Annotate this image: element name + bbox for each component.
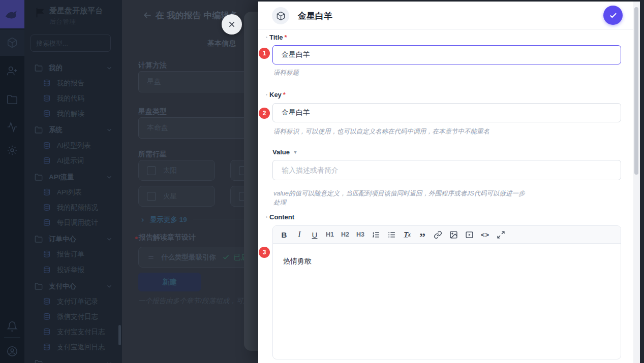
ordered-list-icon[interactable] [372,228,380,241]
leaping-hare-logo-icon [5,8,20,20]
link-icon[interactable] [434,228,442,241]
database-icon [43,343,51,351]
sidebar-group-mine[interactable]: 我的 [24,60,122,76]
chevron-down-icon [106,283,113,290]
sidebar-item-daily-calls[interactable]: 每日调用统计 [24,215,122,230]
drag-handle-icon[interactable] [147,254,155,261]
sidebar-item-alipay-return-log[interactable]: 支付宝返回日志 [24,340,122,355]
sidebar-item-ai-prompts[interactable]: AI提示词 [24,153,122,169]
blockquote-button[interactable]: ” [418,228,426,241]
required-asterisk: * [285,34,287,41]
sidebar: 爱星盘开放平台 后台管理 我的 我的报告 我的代码 我的解读 系统 AI模型 [24,0,122,363]
sidebar-item-my-quota[interactable]: 我的配额情况 [24,200,122,215]
database-icon [43,79,51,87]
fullscreen-icon[interactable] [497,228,505,241]
sidebar-item-api-list[interactable]: API列表 [24,185,122,200]
bullet-list-icon[interactable] [387,228,396,241]
show-more-toggle[interactable]: 显示更多 19 [139,215,187,224]
sidebar-group-partial[interactable] [24,356,122,363]
sidebar-group-api-traffic[interactable]: API流量 [24,170,122,185]
confirm-button[interactable] [603,6,623,25]
app-logo[interactable] [0,0,24,28]
chevron-down-icon [106,126,113,134]
drawer-header: 金星白羊 [258,2,641,29]
chart-type-input[interactable]: 本命盘 [138,117,260,139]
video-icon[interactable] [465,228,474,241]
sidebar-item-my-readings[interactable]: 我的解读 [24,106,122,121]
box-icon[interactable] [0,32,24,53]
sidebar-item-alipay-pay-log[interactable]: 支付宝支付日志 [24,324,122,340]
database-icon [43,298,51,306]
sidebar-item-my-reports[interactable]: 我的报告 [24,76,122,91]
check-icon [609,11,618,20]
title-label: Title * [266,34,287,41]
h2-button[interactable]: H2 [341,228,349,241]
h3-button[interactable]: H3 [356,228,364,241]
rail-divider [4,337,20,338]
users-icon[interactable] [0,61,24,81]
tab-basic-info[interactable]: 基本信息 [207,39,236,48]
gear-icon[interactable] [0,140,24,160]
database-icon [43,110,51,118]
chevron-down-icon [106,64,113,72]
modal-edge [244,12,258,351]
chapter-design-label: 报告解读章节设计 [139,233,196,242]
value-label: Value ▼ [272,148,298,156]
calc-method-input[interactable]: 星盘 [138,71,260,92]
folder-icon[interactable] [0,89,24,110]
underline-button[interactable]: U [311,228,319,241]
back-arrow-icon[interactable] [142,10,152,20]
planets-label: 所需行星 [138,150,167,159]
new-button[interactable]: 新建 [138,273,201,291]
folder-icon [35,173,43,181]
step-badge-1: 1 [259,48,270,59]
folder-icon [35,235,43,243]
chevron-down-icon [106,174,113,181]
sidebar-item-my-code[interactable]: 我的代码 [24,91,122,106]
drawer-title: 金星白羊 [298,10,332,22]
code-button[interactable]: <> [481,228,489,241]
h1-button[interactable]: H1 [326,228,334,241]
folder-icon [35,64,43,72]
rich-text-editor: B I U H1 H2 H3 Tx ” [272,225,621,359]
clear-format-button[interactable]: Tx [403,228,411,241]
calc-method-label: 计算方法 [138,61,167,70]
sidebar-item-wechat-pay-log[interactable]: 微信支付日志 [24,309,122,324]
sidebar-item-complaints[interactable]: 投诉举报 [24,262,122,278]
activity-icon[interactable] [0,117,24,137]
database-icon [43,266,51,274]
sidebar-item-ai-models[interactable]: AI模型列表 [24,138,122,153]
close-button[interactable] [222,14,242,35]
content-editor-body[interactable]: 热情勇敢 [273,244,621,359]
drawer-scrollbar-thumb[interactable] [634,7,638,175]
title-input[interactable] [272,45,621,64]
sidebar-group-orders[interactable]: 订单中心 [24,232,122,247]
chevron-down-icon [106,236,113,243]
database-icon [43,204,51,212]
checkbox-icon [147,166,156,175]
bell-icon[interactable] [0,316,24,337]
image-icon[interactable] [449,228,458,241]
italic-button[interactable]: I [295,228,303,241]
key-input[interactable] [272,103,621,122]
search-input[interactable] [30,35,111,52]
planet-checkbox-mars[interactable]: 火星 [138,186,215,207]
planet-checkbox-sun[interactable]: 太阳 [138,160,215,181]
chevron-down-icon [106,360,113,363]
sidebar-item-pay-orders[interactable]: 支付订单记录 [24,294,122,309]
close-icon [228,20,236,28]
platform-title: 爱星盘开放平台 [49,6,103,16]
chart-type-label: 星盘类型 [138,107,167,116]
bold-button[interactable]: B [280,228,288,241]
value-helper-line2: 处理 [273,199,286,207]
required-dot [135,237,138,239]
value-input[interactable] [272,160,621,180]
database-icon [43,142,51,150]
sidebar-scrollbar-thumb[interactable] [118,325,121,345]
user-icon[interactable] [0,341,24,361]
sidebar-group-payment[interactable]: 支付中心 [24,279,122,294]
platform-subtitle: 后台管理 [49,17,76,26]
sidebar-group-system[interactable]: 系统 [24,122,122,138]
sidebar-item-report-orders[interactable]: 报告订单 [24,247,122,262]
chapter-row[interactable]: 什么类型最吸引你 已启用本 [138,247,260,268]
